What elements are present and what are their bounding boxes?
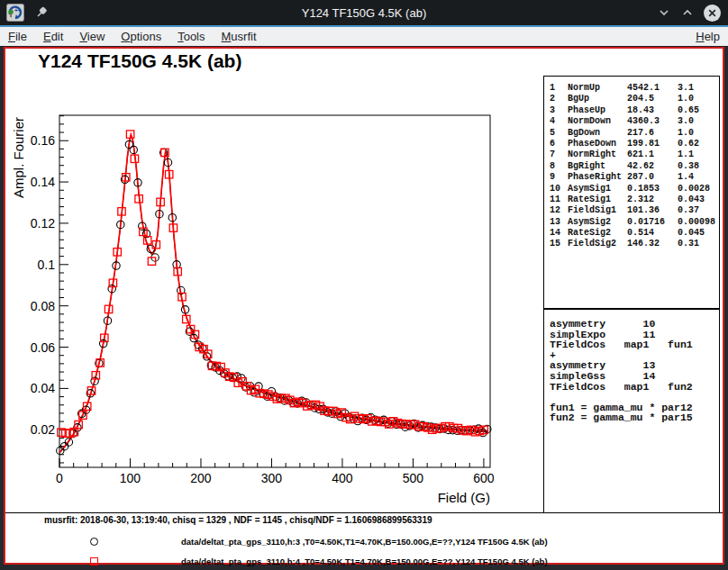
param-no: 11 bbox=[550, 195, 568, 205]
svg-text:0.08: 0.08 bbox=[31, 299, 55, 313]
param-row: 13AsymSig20.017160.00098 bbox=[544, 217, 719, 228]
window-title: Y124 TF150G 4.5K (ab) bbox=[0, 6, 728, 20]
plot-title: Y124 TF150G 4.5K (ab) bbox=[38, 50, 241, 72]
param-name: NormUp bbox=[568, 83, 627, 94]
svg-text:0.12: 0.12 bbox=[31, 216, 55, 231]
param-row: 1NormUp4542.13.1 bbox=[544, 83, 719, 94]
param-row: 14RateSig20.5140.045 bbox=[544, 228, 719, 239]
svg-text:0.02: 0.02 bbox=[31, 422, 55, 437]
param-name: BgDown bbox=[568, 128, 627, 139]
close-button[interactable] bbox=[704, 5, 721, 22]
svg-text:0.1: 0.1 bbox=[38, 258, 56, 272]
param-row: 7NormRight621.11.1 bbox=[544, 149, 719, 160]
param-name: NormRight bbox=[568, 149, 627, 160]
param-val: 199.81 bbox=[627, 139, 678, 149]
svg-text:0.06: 0.06 bbox=[31, 340, 55, 355]
param-name: NormDown bbox=[568, 116, 627, 127]
param-no: 2 bbox=[550, 94, 568, 104]
param-no: 14 bbox=[550, 228, 568, 239]
param-val: 0.514 bbox=[627, 228, 678, 239]
menu-item-help[interactable]: Help bbox=[687, 28, 728, 45]
theory-text: asymmetry 10 simplExpo 11 TFieldCos map1… bbox=[550, 319, 719, 423]
param-row: 12FieldSig1101.360.37 bbox=[544, 205, 719, 216]
theory-panel: asymmetry 10 simplExpo 11 TFieldCos map1… bbox=[543, 309, 720, 513]
svg-text:0.16: 0.16 bbox=[31, 133, 55, 148]
param-err: 3.1 bbox=[678, 83, 694, 94]
menu-item-options[interactable]: Options bbox=[113, 28, 169, 45]
param-no: 15 bbox=[550, 239, 568, 249]
param-name: AsymSig2 bbox=[568, 217, 627, 228]
svg-text:0.04: 0.04 bbox=[31, 381, 55, 395]
legend-row: data/deltat_pta_gps_3110,h:3 ,T0=4.50K,T… bbox=[5, 537, 708, 549]
param-no: 1 bbox=[550, 83, 568, 94]
root-canvas[interactable]: 01002003004005006000.020.040.060.080.10.… bbox=[4, 47, 724, 565]
param-val: 42.62 bbox=[627, 161, 678, 172]
param-no: 9 bbox=[550, 172, 568, 183]
param-name: PhaseUp bbox=[568, 105, 627, 116]
svg-text:500: 500 bbox=[403, 471, 424, 485]
close-icon bbox=[707, 8, 717, 18]
param-err: 1.0 bbox=[678, 94, 694, 104]
param-no: 8 bbox=[550, 161, 568, 172]
param-no: 7 bbox=[550, 149, 568, 160]
svg-text:600: 600 bbox=[473, 471, 495, 485]
y-axis-title: Ampl. Fourier bbox=[11, 117, 26, 198]
param-val: 0.01716 bbox=[627, 217, 678, 228]
param-no: 4 bbox=[550, 116, 568, 127]
param-row: 4NormDown4360.33.0 bbox=[544, 116, 719, 127]
param-row: 2BgUp204.51.0 bbox=[544, 94, 719, 104]
legend-row: data/deltat_pta_gps_3110,h:4 ,T0=4.50K,T… bbox=[5, 556, 708, 569]
maximize-button[interactable] bbox=[680, 5, 695, 20]
menu-item-musrfit[interactable]: Musrfit bbox=[214, 28, 265, 45]
param-name: PhaseDown bbox=[568, 139, 627, 149]
param-err: 0.62 bbox=[678, 139, 699, 149]
title-bar[interactable]: ++ Y124 TF150G 4.5K (ab) bbox=[0, 0, 728, 25]
param-no: 10 bbox=[550, 184, 568, 195]
param-val: 0.1853 bbox=[627, 184, 678, 195]
menu-item-tools[interactable]: Tools bbox=[169, 28, 213, 45]
param-err: 0.65 bbox=[678, 105, 699, 116]
param-val: 2.312 bbox=[627, 195, 678, 205]
square-marker-icon bbox=[90, 557, 98, 565]
param-val: 204.5 bbox=[627, 94, 678, 104]
menu-item-view[interactable]: View bbox=[71, 28, 113, 45]
svg-text:200: 200 bbox=[190, 471, 212, 485]
legend-label: data/deltat_pta_gps_3110,h:4 ,T0=4.50K,T… bbox=[181, 556, 548, 566]
param-err: 0.0028 bbox=[678, 184, 710, 195]
param-err: 0.31 bbox=[678, 239, 699, 249]
param-val: 217.6 bbox=[627, 128, 678, 139]
param-row: 9PhaseRight287.01.4 bbox=[544, 172, 719, 183]
param-err: 0.37 bbox=[678, 205, 699, 216]
minimize-button[interactable] bbox=[657, 5, 671, 20]
param-row: 5BgDown217.61.0 bbox=[544, 128, 719, 139]
param-no: 12 bbox=[550, 205, 568, 216]
menu-item-edit[interactable]: Edit bbox=[35, 28, 71, 45]
param-row: 10AsymSig10.18530.0028 bbox=[544, 184, 719, 195]
svg-text:100: 100 bbox=[120, 471, 141, 485]
svg-text:0: 0 bbox=[56, 471, 63, 485]
param-name: FieldSig2 bbox=[568, 239, 627, 249]
param-name: BgRight bbox=[568, 161, 627, 172]
svg-text:400: 400 bbox=[332, 471, 353, 485]
param-err: 3.0 bbox=[678, 116, 694, 127]
legend-label: data/deltat_pta_gps_3110,h:3 ,T0=4.50K,T… bbox=[181, 537, 548, 547]
param-val: 18.43 bbox=[627, 105, 678, 116]
x-axis-title: Field (G) bbox=[438, 490, 490, 505]
fit-status-line: musrfit: 2018-06-30, 13:19:40, chisq = 1… bbox=[44, 515, 432, 525]
menu-item-file[interactable]: File bbox=[0, 28, 35, 45]
param-no: 13 bbox=[550, 217, 568, 228]
param-row: 6PhaseDown199.810.62 bbox=[544, 139, 719, 149]
param-name: AsymSig1 bbox=[568, 184, 627, 195]
param-name: RateSig2 bbox=[568, 228, 627, 239]
param-err: 0.045 bbox=[678, 228, 705, 239]
param-no: 3 bbox=[550, 105, 568, 116]
circle-marker-icon bbox=[90, 538, 98, 546]
svg-text:300: 300 bbox=[261, 471, 283, 485]
param-name: RateSig1 bbox=[568, 195, 627, 205]
param-name: PhaseRight bbox=[568, 172, 627, 183]
param-no: 6 bbox=[550, 139, 568, 149]
param-val: 4542.1 bbox=[627, 83, 678, 94]
param-val: 621.1 bbox=[627, 149, 678, 160]
param-val: 146.32 bbox=[627, 239, 678, 249]
param-err: 0.38 bbox=[678, 161, 699, 172]
